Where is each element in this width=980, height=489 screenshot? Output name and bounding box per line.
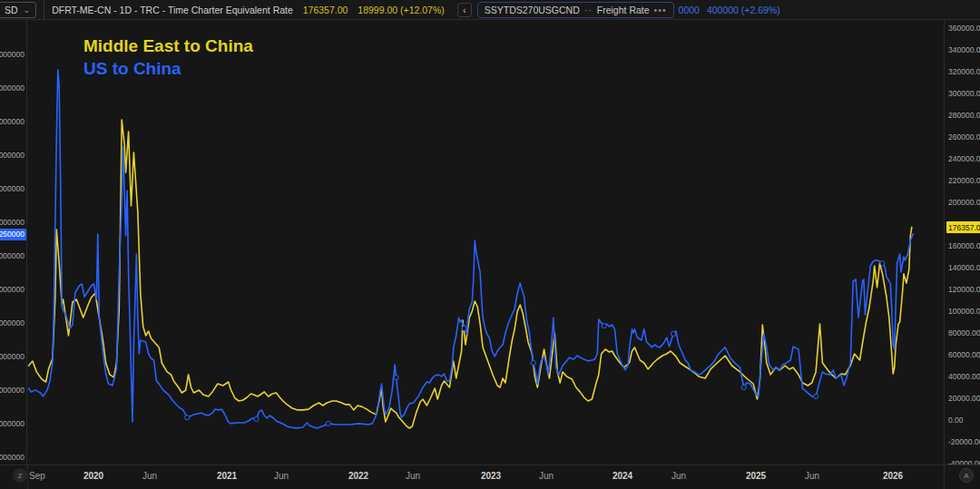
- chart-app: SD ⌄ DFRT-ME-CN - 1D - TRC - Time Charte…: [0, 0, 980, 489]
- series2-value: 0000: [679, 5, 700, 15]
- series2-legend-box[interactable]: SSYTDS270USGCND ·· Freight Rate •••: [477, 2, 674, 18]
- series2-values: 0000 400000 (+2.69%): [674, 5, 780, 15]
- time-tick-jun: Jun: [406, 471, 420, 481]
- left-axis-tick-label: 6000000: [0, 386, 24, 395]
- time-tick-2021: 2021: [217, 471, 237, 481]
- series-point-marker: [880, 261, 885, 266]
- series2-change: 400000 (+2.69%): [707, 5, 780, 15]
- currency-selector[interactable]: SD ⌄: [0, 2, 36, 18]
- right-axis-tick-label: 20000.00: [948, 394, 980, 403]
- series-point-marker: [394, 375, 398, 379]
- more-options-icon[interactable]: •••: [654, 5, 667, 15]
- time-tick-2023: 2023: [481, 471, 501, 481]
- series2-type-label: Freight Rate: [597, 5, 650, 15]
- right-axis-tick-label: 140000.00: [948, 263, 980, 272]
- left-price-scale[interactable]: 6000000400000020000000000000800000060000…: [0, 20, 27, 465]
- time-tick-sep: Sep: [29, 471, 45, 481]
- right-axis-tick-label: 160000.00: [948, 241, 980, 250]
- series-point-marker: [462, 326, 466, 330]
- right-axis-tick-label: 200000.00: [948, 198, 980, 207]
- left-axis-tick-label: 0000000: [0, 151, 24, 160]
- currency-label: SD: [5, 5, 18, 15]
- right-price-scale[interactable]: 360000.00340000.00320000.00300000.002800…: [944, 20, 980, 465]
- right-axis-tick-label: 340000.00: [948, 45, 980, 54]
- legend-us-to-china: US to China: [83, 57, 253, 80]
- series-line-blue[interactable]: [29, 70, 914, 428]
- right-axis-tick-label: 40000.00: [948, 372, 980, 381]
- series-point-marker: [671, 331, 675, 336]
- left-axis-tick-label: 2000000: [0, 453, 24, 462]
- axis-border-right: [944, 465, 945, 489]
- yellow-price-badge: 176357.00: [946, 221, 980, 233]
- autoscale-label: A: [964, 472, 968, 480]
- series2-symbol: SSYTDS270USGCND: [485, 5, 580, 15]
- time-axis[interactable]: Sep2020Jun2021Jun2022Jun2023Jun2024Jun20…: [0, 465, 980, 489]
- series1-change: 18999.00 (+12.07%): [358, 5, 444, 15]
- time-tick-jun: Jun: [274, 471, 289, 481]
- left-axis-tick-label: 2000000: [0, 285, 24, 294]
- left-axis-tick-label: 4000000: [0, 83, 24, 93]
- left-axis-tick-label: 6000000: [0, 218, 24, 227]
- time-tick-2024: 2024: [612, 471, 632, 481]
- series-point-marker: [741, 385, 746, 389]
- right-axis-tick-label: 280000.00: [948, 111, 980, 120]
- top-toolbar: SD ⌄ DFRT-ME-CN - 1D - TRC - Time Charte…: [0, 0, 980, 20]
- series1-legend-row[interactable]: DFRT-ME-CN - 1D - TRC - Time Charter Equ…: [52, 5, 445, 15]
- left-axis-tick-label: 4000000: [0, 419, 24, 428]
- time-tick-2026: 2026: [883, 471, 903, 481]
- series-point-marker: [185, 416, 190, 420]
- axis-border-left: [27, 465, 28, 489]
- back-chevron-button[interactable]: ‹: [457, 3, 472, 17]
- right-axis-tick-label: 300000.00: [948, 89, 980, 98]
- blue-price-badge: 5250000: [0, 229, 26, 240]
- time-tick-jun: Jun: [142, 471, 157, 481]
- series-point-marker: [531, 360, 535, 365]
- time-tick-jun: Jun: [539, 471, 554, 481]
- series1-value: 176357.00: [303, 5, 348, 15]
- left-axis-tick-label: 8000000: [0, 184, 24, 193]
- chevron-left-icon: ‹: [463, 5, 466, 15]
- right-axis-tick-label: -20000.00: [948, 437, 980, 446]
- right-axis-tick-label: 120000.00: [948, 285, 980, 294]
- time-tick-2020: 2020: [83, 471, 103, 481]
- series2-separator: ··: [584, 5, 593, 15]
- timezone-label: Z: [18, 472, 23, 480]
- plot-area[interactable]: Middle East to China US to China: [27, 20, 944, 465]
- price-chart[interactable]: [27, 20, 944, 465]
- chart-legend: Middle East to China US to China: [83, 34, 253, 80]
- series-point-marker: [602, 324, 606, 328]
- right-axis-tick-label: 320000.00: [948, 67, 980, 76]
- left-axis-tick-label: 2000000: [0, 117, 24, 126]
- time-tick-jun: Jun: [671, 471, 686, 481]
- toolbar-divider: [44, 0, 44, 20]
- right-axis-tick-label: 0.00: [948, 416, 964, 425]
- right-axis-tick-label: 80000.00: [948, 328, 980, 337]
- chevron-down-icon: ⌄: [24, 5, 31, 15]
- time-tick-2022: 2022: [348, 471, 368, 481]
- left-axis-tick-label: 6000000: [0, 50, 24, 59]
- series-point-marker: [326, 421, 330, 425]
- right-axis-tick-label: 260000.00: [948, 132, 980, 142]
- timezone-button[interactable]: Z: [13, 468, 27, 483]
- time-tick-2025: 2025: [746, 471, 766, 481]
- left-axis-tick-label: 0000000: [0, 318, 24, 328]
- autoscale-button[interactable]: A: [959, 468, 974, 483]
- right-axis-tick-label: 100000.00: [948, 307, 980, 316]
- right-axis-tick-label: 60000.00: [948, 350, 980, 359]
- legend-middle-east-to-china: Middle East to China: [83, 34, 253, 57]
- series-line-yellow[interactable]: [29, 120, 912, 428]
- left-axis-tick-label: 4000000: [0, 251, 24, 260]
- right-axis-tick-label: 220000.00: [948, 176, 980, 185]
- series-point-marker: [814, 394, 818, 398]
- time-tick-jun: Jun: [805, 471, 819, 481]
- right-axis-tick-label: 360000.00: [948, 24, 980, 33]
- left-axis-tick-label: 8000000: [0, 352, 24, 361]
- right-axis-tick-label: 240000.00: [948, 154, 980, 163]
- series-point-marker: [254, 416, 259, 421]
- series1-title: DFRT-ME-CN - 1D - TRC - Time Charter Equ…: [52, 5, 293, 15]
